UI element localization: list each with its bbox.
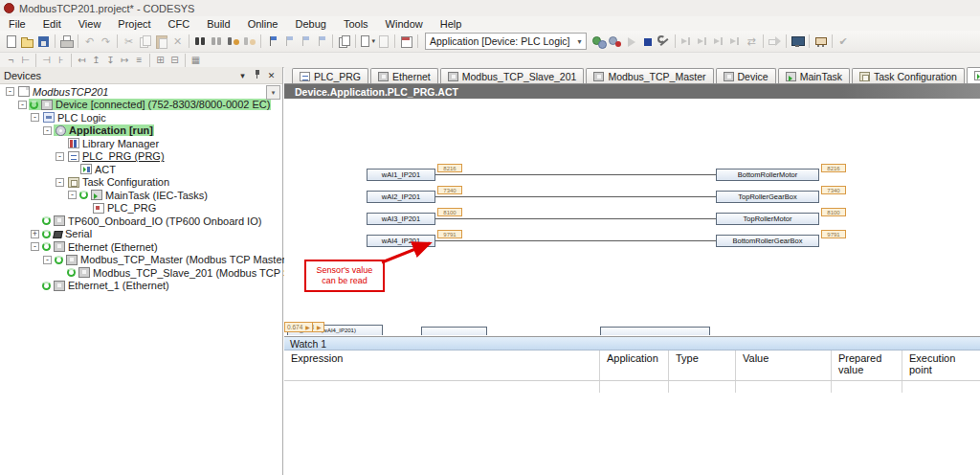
pin-icon[interactable] xyxy=(250,69,264,81)
active-application-combo[interactable]: Application [Device: PLC Logic] ▾ xyxy=(425,33,587,50)
toolbar-icon[interactable] xyxy=(225,34,241,50)
tree-expander[interactable]: - xyxy=(43,126,52,135)
editor-tab[interactable]: PLC_PRG.ACT xyxy=(967,67,980,83)
cfc-toolbar-icon[interactable]: ⊢ xyxy=(18,54,33,66)
toolbar-icon[interactable] xyxy=(767,34,783,50)
watch-column-header[interactable]: Expression xyxy=(284,351,600,393)
toolbar-icon[interactable] xyxy=(137,34,153,50)
cfc-toolbar-icon[interactable]: ≡ xyxy=(132,54,146,66)
close-icon[interactable]: ✕ xyxy=(264,71,278,80)
toolbar-icon[interactable] xyxy=(786,34,787,48)
toolbar-icon[interactable] xyxy=(679,34,695,50)
watch-column-header[interactable]: Execution point xyxy=(902,351,980,393)
tree-expander[interactable]: - xyxy=(68,191,77,199)
watch-column-header[interactable]: Type xyxy=(669,351,736,393)
tree-row[interactable]: Modbus_TCP_Slave_201 (Modbus TCP Slave) xyxy=(2,266,267,280)
cfc-toolbar-icon[interactable]: ⊟ xyxy=(167,54,182,66)
cfc-toolbar-icon[interactable]: ⊣ xyxy=(39,54,54,66)
toolbar-icon[interactable] xyxy=(153,34,169,50)
toolbar-icon[interactable] xyxy=(209,34,225,50)
toolbar-icon[interactable] xyxy=(711,34,727,50)
toolbar-icon[interactable] xyxy=(695,34,711,50)
cfc-partial-block[interactable] xyxy=(600,327,710,335)
tree-row[interactable]: - Modbus_TCP_Master (Modbus TCP Master) xyxy=(2,254,267,267)
toolbar-icon[interactable] xyxy=(192,34,209,50)
tree-row[interactable]: - PLC Logic xyxy=(2,111,267,124)
cfc-toolbar-icon[interactable]: ⊞ xyxy=(153,54,167,66)
editor-tab[interactable]: Device xyxy=(716,68,776,83)
menu-item[interactable]: Help xyxy=(432,18,471,30)
toolbar-icon[interactable] xyxy=(336,34,352,50)
cfc-toolbar-icon[interactable]: ⊦ xyxy=(54,54,68,66)
toolbar-icon[interactable] xyxy=(3,34,19,50)
toolbar-icon[interactable] xyxy=(813,34,829,50)
tree-row[interactable]: - Device [connected] (752-8303/8000-0002… xyxy=(2,99,267,112)
tree-scroll-button[interactable]: ▾ xyxy=(266,85,280,100)
tree-expander[interactable]: - xyxy=(43,256,52,264)
toolbar-icon[interactable] xyxy=(19,34,35,50)
cfc-output-block[interactable]: BottomRollerMotor xyxy=(716,169,819,181)
cfc-input-block[interactable]: wAI1_IP201 xyxy=(367,169,435,181)
cfc-input-block[interactable]: wAI4_IP201 xyxy=(367,235,435,247)
menu-item[interactable]: Build xyxy=(198,18,238,30)
tree-row[interactable]: - Ethernet (Ethernet) xyxy=(2,240,267,254)
menu-item[interactable]: Online xyxy=(239,18,287,30)
toolbar-icon[interactable] xyxy=(656,34,672,50)
toolbar-icon[interactable] xyxy=(78,34,78,48)
tree-row[interactable]: - ModbusTCP201 xyxy=(2,85,267,99)
cfc-toolbar-icon[interactable]: ↥ xyxy=(89,54,103,66)
menu-item[interactable]: CFC xyxy=(160,18,199,30)
tree-expander[interactable]: + xyxy=(31,230,39,238)
cfc-toolbar-icon[interactable]: ↤ xyxy=(75,54,89,66)
editor-tab[interactable]: Ethernet xyxy=(370,68,438,83)
editor-tab[interactable]: Task Configuration xyxy=(852,68,965,83)
editor-tab[interactable]: MainTask xyxy=(778,68,850,83)
toolbar-icon[interactable]: ⇄ xyxy=(744,34,760,50)
cfc-input-block[interactable]: wAI3_IP201 xyxy=(367,213,435,225)
toolbar-icon[interactable] xyxy=(398,34,414,50)
cfc-toolbar-icon[interactable]: ¬ xyxy=(4,54,18,66)
menu-item[interactable]: Debug xyxy=(286,18,334,30)
toolbar-icon[interactable] xyxy=(763,34,764,48)
toolbar-icon[interactable] xyxy=(280,34,297,50)
cfc-output-block[interactable]: BottomRollerGearBox xyxy=(716,235,819,247)
toolbar-icon[interactable] xyxy=(639,34,656,50)
toolbar-icon[interactable] xyxy=(675,34,676,48)
toolbar-icon[interactable] xyxy=(394,34,395,48)
tree-row[interactable]: - Application [run] xyxy=(2,124,267,138)
editor-tab[interactable]: Modbus_TCP_Slave_201 xyxy=(440,68,585,83)
toolbar-icon[interactable]: ✂ xyxy=(121,34,137,50)
tree-row[interactable]: ACT xyxy=(2,163,267,176)
toolbar-icon[interactable] xyxy=(55,34,56,48)
cfc-editor-canvas[interactable]: wAI1_IP201 8216 BottomRollerMotor 8216 w… xyxy=(284,99,980,335)
tree-row[interactable]: - PLC_PRG (PRG) xyxy=(2,150,267,164)
cfc-toolbar-icon[interactable]: ↧ xyxy=(103,54,118,66)
cfc-toolbar-icon[interactable] xyxy=(185,54,186,67)
menu-item[interactable]: View xyxy=(70,18,110,30)
editor-tab[interactable]: Modbus_TCP_Master xyxy=(586,68,713,83)
toolbar-icon[interactable] xyxy=(264,34,280,50)
watch-panel-title[interactable]: Watch 1 xyxy=(284,337,980,351)
toolbar-icon[interactable] xyxy=(58,34,75,50)
tree-row[interactable]: - Task Configuration xyxy=(2,176,267,190)
toolbar-icon[interactable] xyxy=(297,34,313,50)
toolbar-icon[interactable] xyxy=(189,34,189,48)
menu-item[interactable]: Project xyxy=(109,18,159,30)
cfc-toolbar-icon[interactable]: ↦ xyxy=(118,54,132,66)
watch-column-header[interactable]: Application xyxy=(600,351,669,393)
cfc-output-block[interactable]: TopRollerGearBox xyxy=(716,191,819,203)
tree-row[interactable]: - MainTask (IEC-Tasks) xyxy=(2,189,267,202)
tree-expander[interactable]: - xyxy=(31,113,39,122)
toolbar-icon[interactable] xyxy=(332,34,333,48)
toolbar-icon[interactable] xyxy=(241,34,257,50)
tree-expander[interactable]: - xyxy=(18,101,27,109)
tree-expander[interactable]: - xyxy=(56,178,64,187)
cfc-toolbar-icon[interactable] xyxy=(35,54,36,67)
tree-row[interactable]: PLC_PRG xyxy=(2,202,267,215)
toolbar-icon[interactable]: ✔ xyxy=(835,34,852,50)
watch-column-header[interactable]: Prepared value xyxy=(832,351,902,393)
watch-column-header[interactable]: Value xyxy=(736,351,832,393)
toolbar-icon[interactable] xyxy=(35,34,52,50)
menu-item[interactable]: Edit xyxy=(34,18,70,30)
tree-expander[interactable]: - xyxy=(31,242,39,251)
